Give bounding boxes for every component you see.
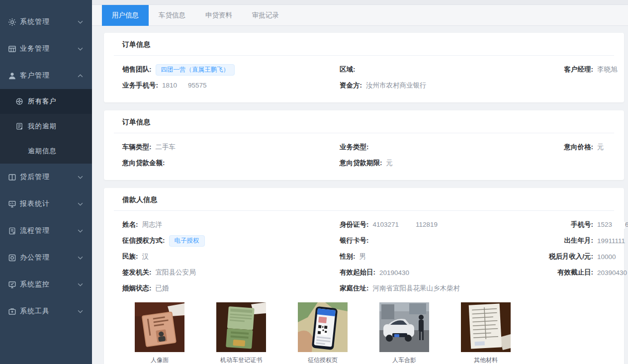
- field-region: 区域:: [340, 65, 536, 74]
- sidebar-item-label: 所有客户: [28, 97, 57, 106]
- sidebar-item-all-customers[interactable]: 所有客户: [0, 89, 92, 114]
- photo-caption: 征信授权页: [298, 356, 348, 364]
- sidebar-item-business-mgmt[interactable]: 业务管理: [0, 35, 92, 62]
- field-bank-card: 银行卡号:: [340, 236, 536, 245]
- user-icon: [8, 72, 16, 80]
- chevron-down-icon: [78, 229, 83, 233]
- chevron-up-icon: [78, 74, 83, 78]
- id-card-thumbnail: [135, 302, 184, 352]
- field-intended-price: 意向价格: 元: [536, 143, 614, 152]
- clipboard-icon: [8, 227, 16, 235]
- field-ethnicity: 民族: 汉: [122, 252, 340, 261]
- chevron-down-icon: [78, 256, 83, 260]
- credit-auth-tag[interactable]: 电子授权: [169, 235, 205, 247]
- sidebar-item-label: 逾期信息: [28, 147, 57, 156]
- sidebar-item-office-mgmt[interactable]: 办公管理: [0, 244, 92, 271]
- photo-id-card-portrait[interactable]: 人像面: [135, 302, 184, 364]
- masked-digits: [177, 83, 188, 90]
- sidebar-item-system-monitor[interactable]: 系统监控: [0, 271, 92, 298]
- sidebar-item-report-stats[interactable]: 报表统计: [0, 190, 92, 217]
- chevron-down-icon: [78, 176, 83, 179]
- field-vehicle-type: 车辆类型: 二手车: [122, 143, 340, 152]
- paper-document-thumbnail: [461, 302, 511, 352]
- notebook-icon: [15, 122, 23, 130]
- tab-user-info[interactable]: 用户信息: [102, 5, 149, 26]
- sidebar-item-label: 报表统计: [20, 199, 50, 208]
- masked-digits: [612, 222, 625, 229]
- grid-icon: [8, 45, 16, 53]
- sidebar-item-process-mgmt[interactable]: 流程管理: [0, 217, 92, 244]
- phone-qr-thumbnail: [298, 302, 348, 352]
- photo-caption: 人车合影: [379, 356, 429, 364]
- sidebar: 系统管理 业务管理 客户管理 所有客户: [0, 0, 92, 364]
- order-info-card-2: 订单信息 车辆类型: 二手车 业务类型: 意向价格: 元 意向贷款金额:: [104, 110, 624, 180]
- sidebar-item-label: 系统监控: [20, 280, 50, 289]
- tab-loan-application-docs[interactable]: 申贷资料: [195, 5, 242, 26]
- field-valid-from: 有效起始日: 20190430: [340, 268, 536, 277]
- field-home-address: 家庭住址: 河南省宜阳县花果山乡木柴村: [340, 284, 536, 293]
- chevron-down-icon: [78, 47, 83, 51]
- toolbox-icon: [8, 307, 16, 316]
- card-title: 订单信息: [122, 110, 614, 133]
- columns-icon: [8, 173, 16, 182]
- sidebar-item-my-overdue[interactable]: 我的逾期: [0, 114, 92, 139]
- photo-vehicle-green-book[interactable]: 机动车登记证书: [216, 302, 266, 364]
- photo-caption: 机动车登记证书: [216, 356, 266, 364]
- green-book-thumbnail: [216, 302, 266, 352]
- field-monthly-income: 税后月收入/元: 10000: [536, 252, 616, 261]
- photo-person-with-car[interactable]: 人车合影: [379, 302, 429, 364]
- order-info-card-1: 订单信息 销售团队: 四团一营（直属王鹏飞） 区域: 客户经理: 李晓旭 业: [104, 33, 624, 102]
- field-business-phone: 业务手机号: 181095575: [122, 81, 340, 90]
- field-name: 姓名: 周志洋: [122, 220, 340, 229]
- sidebar-item-overdue-info[interactable]: 逾期信息: [0, 139, 92, 164]
- sidebar-item-label: 流程管理: [20, 226, 50, 235]
- wheel-icon: [15, 97, 23, 105]
- photo-credit-auth-phone[interactable]: 征信授权页: [298, 302, 348, 364]
- card-title: 订单信息: [122, 33, 614, 55]
- sidebar-submenu-customer: 所有客户 我的逾期 逾期信息: [0, 89, 92, 164]
- sidebar-item-label: 贷后管理: [20, 173, 50, 182]
- tab-bar: 用户信息 车贷信息 申贷资料 审批记录: [92, 5, 628, 26]
- field-gender: 性别: 男: [340, 252, 536, 261]
- tab-car-loan-info[interactable]: 车贷信息: [149, 5, 195, 26]
- sidebar-item-system-tools[interactable]: 系统工具: [0, 298, 92, 325]
- field-mobile-phone: 手机号: 15236137: [536, 220, 628, 229]
- sidebar-item-postloan-mgmt[interactable]: 贷后管理: [0, 164, 92, 190]
- field-credit-auth-method: 征信授权方式: 电子授权: [122, 235, 340, 247]
- sidebar-item-customer-mgmt[interactable]: 客户管理: [0, 62, 92, 89]
- sidebar-item-label: 系统工具: [20, 307, 50, 316]
- field-id-number: 身份证号: 4103271112819: [340, 220, 536, 229]
- sidebar-item-system-mgmt[interactable]: 系统管理: [0, 8, 92, 35]
- car-person-thumbnail: [379, 302, 429, 352]
- sales-team-tag[interactable]: 四团一营（直属王鹏飞）: [156, 64, 235, 76]
- document-photo-row: 人像面: [122, 302, 614, 364]
- sidebar-item-label: 业务管理: [20, 44, 50, 53]
- divider: [114, 55, 614, 56]
- field-intended-loan-term: 意向贷款期限: 元: [340, 159, 536, 168]
- field-valid-to: 有效截止日: 20390430: [536, 268, 627, 277]
- monitor-check-icon: [8, 280, 16, 289]
- main-content: 用户信息 车贷信息 申贷资料 审批记录 订单信息 销售团队: 四团一营（直属王鹏…: [92, 0, 628, 364]
- sidebar-item-label: 系统管理: [20, 17, 50, 26]
- monitor-icon: [8, 200, 16, 208]
- photo-caption: 人像面: [135, 356, 184, 364]
- field-business-type: 业务类型:: [340, 143, 536, 152]
- chevron-down-icon: [78, 310, 83, 313]
- tab-approval-records[interactable]: 审批记录: [242, 5, 289, 26]
- field-marital-status: 婚姻状态: 已婚: [122, 284, 340, 293]
- divider: [114, 210, 614, 211]
- field-funder: 资金方: 汝州市农村商业银行: [340, 81, 536, 90]
- field-intended-loan-amount: 意向贷款金额:: [122, 159, 340, 168]
- sidebar-item-label: 客户管理: [20, 71, 50, 80]
- borrower-info-card: 借款人信息 姓名: 周志洋 身份证号: 4103271112819 手机号: 1…: [104, 188, 624, 364]
- field-issuing-authority: 签发机关: 宜阳县公安局: [122, 268, 340, 277]
- field-account-manager: 客户经理: 李晓旭: [536, 65, 618, 74]
- card-title: 借款人信息: [122, 188, 614, 210]
- photo-other-document[interactable]: 其他材料: [461, 302, 511, 364]
- target-icon: [8, 254, 16, 262]
- chevron-down-icon: [78, 202, 83, 206]
- chevron-down-icon: [78, 283, 83, 286]
- gear-icon: [8, 18, 16, 26]
- field-birth-date: 出生年月: 19911111: [536, 236, 625, 245]
- photo-caption: 其他材料: [461, 356, 511, 364]
